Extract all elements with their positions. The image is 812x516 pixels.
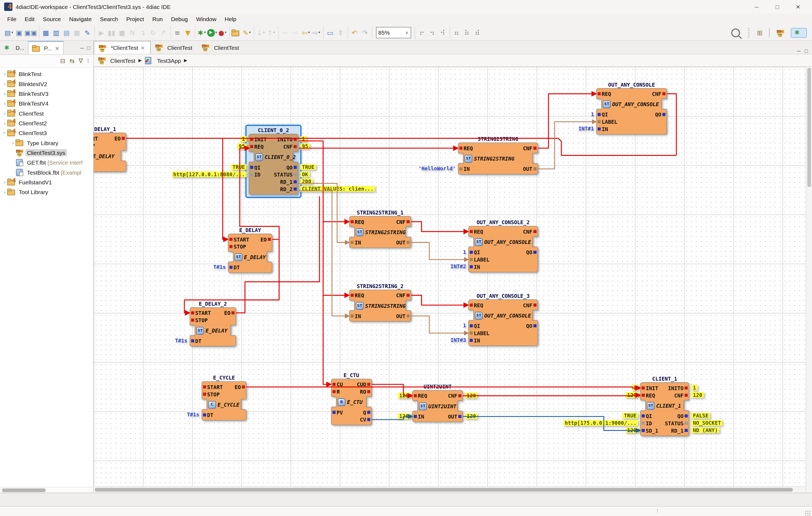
redo-icon[interactable]: ↷ [360,27,370,38]
distribute-h-icon[interactable]: ⠶ [452,27,462,38]
fb-E_DELAY_2[interactable]: E_DELAY_2STARTEOSTOPSTE_DELAYDTT#1s [190,300,236,346]
breadcrumb-expand-icon[interactable]: ▶ [184,58,187,62]
view-menu-icon[interactable]: ⁝ [87,57,89,65]
sidebar-tab-P[interactable]: P...✕ [28,41,64,54]
fb-CLIENT_0_2[interactable]: CLIENT_0_2INIT1INITO1REQ95CNF95STCLIENT_… [245,125,301,198]
tree-item-Type-Library[interactable]: ›Type Library [0,138,93,147]
wire[interactable] [463,395,640,396]
back-icon[interactable]: ⇦▾ [301,27,311,38]
fb-STRING2STRING[interactable]: STRING2STRINGREQCNFSTSTRING2STRINGIN'Hel… [458,136,538,174]
close-icon[interactable]: ✕ [141,45,145,51]
sidebar-tab-D[interactable]: D... [0,41,28,54]
menu-edit[interactable]: Edit [21,15,39,24]
wire[interactable] [126,138,676,155]
run-icon[interactable]: ▶▾ [207,27,218,38]
wire[interactable] [411,316,468,333]
save-icon[interactable]: ▣ [14,27,24,38]
fb-CLIENT_1[interactable]: CLIENT_1INIT1INITO1REQ120CNF120STCLIENT_… [640,375,689,436]
fb-OUT_ANY_CONSOLE_2[interactable]: OUT_ANY_CONSOLE_2REQCNFSTOUT_ANY_CONSOLE… [468,219,538,273]
layout-auto-icon[interactable]: ⠾ [472,27,482,38]
minimize-view-button[interactable]: ─ [80,45,84,51]
link-editor-icon[interactable]: ⇆ [69,57,75,65]
new-system-icon[interactable]: ▦ [40,27,51,38]
chevron-icon[interactable]: › [2,101,7,106]
tree-item-ClientTest3-sys[interactable]: ClientTest3.sys [0,147,93,157]
annotate-icon[interactable]: ✎▾ [242,27,252,38]
wire[interactable] [538,94,596,148]
undo-icon[interactable]: ↶ [349,27,360,38]
chevron-icon[interactable]: › [2,91,7,96]
tree-item-ClientTest2[interactable]: ›4ClientTest2 [0,118,93,128]
resize-grip[interactable] [805,510,811,516]
show-list-icon[interactable]: ≡ [172,27,182,38]
fb-E_CYCLE[interactable]: E_CYCLESTARTEOSTOPCE_CYCLEDTT#1s [201,374,246,421]
skip-all-icon[interactable]: ▼ [183,27,193,38]
tree-item-BlinkTest[interactable]: ›4BlinkTest [0,69,93,79]
fb-OUT_ANY_CONSOLE[interactable]: OUT_ANY_CONSOLEREQCNFSTOUT_ANY_CONSOLEQI… [596,81,667,135]
fb-STRING2STRING_1[interactable]: STRING2STRING_1REQCNFSTSTRING2STRINGINOU… [349,209,411,248]
canvas-vscrollbar[interactable] [806,67,812,493]
menu-window[interactable]: Window [192,15,220,24]
forward-icon[interactable]: ⇨▾ [311,27,321,38]
breadcrumb-item[interactable]: ClientTest [98,57,135,64]
chevron-icon[interactable]: › [2,120,7,126]
minimize-editor-button[interactable]: ─ [797,48,801,54]
new-subapp-icon[interactable]: ▤ [61,27,72,38]
tree-item-Tool-Library[interactable]: ›Tool Library [0,187,93,197]
debug-perspective-button[interactable] [791,28,807,37]
editor-tab-0[interactable]: *ClientTest✕ [94,41,150,54]
chevron-icon[interactable]: › [2,111,7,116]
wire[interactable] [667,94,676,155]
close-icon[interactable]: ✕ [55,45,59,51]
align-center-icon[interactable]: ⠲ [427,27,437,38]
maximize-editor-button[interactable]: □ [805,48,808,54]
breadcrumb-item[interactable]: Test3App [145,57,181,64]
wire[interactable] [223,138,228,239]
tree-item-GET-fbt[interactable]: GET.fbt [Service Interf [0,157,93,167]
wire[interactable] [411,295,468,305]
debug-icon[interactable]: ✱▾ [197,27,207,38]
menu-debug[interactable]: Debug [167,15,192,24]
chevron-icon[interactable]: › [2,71,7,77]
sidebar-hscrollbar[interactable] [0,487,93,493]
fb-STRING2STRING_2[interactable]: STRING2STRING_2REQCNFSTSTRING2STRINGINOU… [349,283,411,322]
tree-item-ClientTest[interactable]: ›4ClientTest [0,108,93,118]
chevron-icon[interactable]: › [10,140,16,146]
filter-icon[interactable]: ∇ [79,57,83,65]
collapse-all-icon[interactable]: ⊟ [60,57,65,65]
chevron-icon[interactable]: › [2,130,7,135]
menu-help[interactable]: Help [221,15,241,24]
search-icon[interactable] [731,28,740,37]
align-left-icon[interactable]: ⠖ [416,27,427,38]
wire[interactable] [299,191,349,316]
chevron-icon[interactable]: › [2,179,7,185]
menu-source[interactable]: Source [39,15,65,24]
zoom-level-combo[interactable]: 85%∨ [376,27,411,38]
fb-DELAY_1[interactable]: DELAY_1STARTEOSTOPSTE_DELAYDTT#1s [94,126,126,172]
wire[interactable] [323,222,349,295]
fb-UINT2UINT[interactable]: UINT2UINTREQ120CNF120STUINT2UINTIN120OUT… [412,383,463,422]
minimize-button[interactable]: ─ [747,1,766,12]
open-type-icon[interactable] [231,27,241,38]
align-right-icon[interactable]: ⠺ [437,27,448,38]
chevron-icon[interactable]: › [2,81,7,86]
select-tool-icon[interactable]: ✎ [82,27,92,38]
new-wizard-icon[interactable]: ▤▾ [3,27,14,38]
wire[interactable] [411,242,468,259]
menu-navigate[interactable]: Navigate [65,15,96,24]
tree-item-BlinkTestV3[interactable]: ›4BlinkTestV3 [0,88,93,98]
tree-item-BlinktestV2[interactable]: ›4BlinktestV2 [0,79,93,88]
maximize-button[interactable]: □ [767,1,787,12]
menu-file[interactable]: File [3,15,21,24]
breadcrumb-expand-icon[interactable]: ▶ [138,58,142,62]
tree-item-BlinkTestV4[interactable]: ›4BlinkTestV4 [0,98,93,108]
fb-E_DELAY[interactable]: E_DELAYSTARTEOSTOPSTE_DELAYDTT#1s [228,227,272,273]
editor-tab-2[interactable]: ClientTest [197,41,244,54]
fb-OUT_ANY_CONSOLE_3[interactable]: OUT_ANY_CONSOLE_3REQCNFSTOUT_ANY_CONSOLE… [468,293,538,346]
distribute-v-icon[interactable]: ⠷ [462,27,472,38]
status-overflow-icon[interactable]: ⁝ [657,508,658,514]
tree-item-FuellstandV1[interactable]: ›4FuellstandV1 [0,177,93,187]
navigate-up-icon[interactable]: ⇧ [336,27,346,38]
wire[interactable] [299,183,349,242]
system-perspective-button[interactable] [774,28,788,37]
